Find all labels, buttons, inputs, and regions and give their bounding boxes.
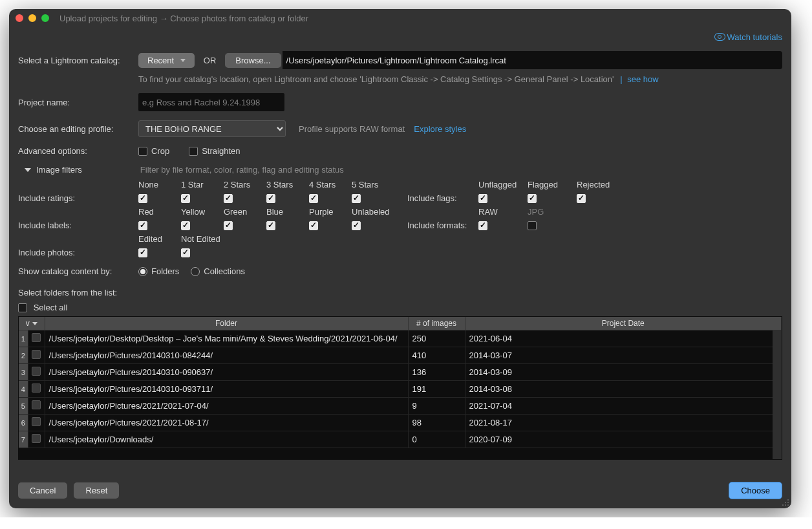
advanced-label: Advanced options: <box>18 146 138 156</box>
recent-label: Recent <box>147 56 174 65</box>
filter-checkbox[interactable] <box>478 194 487 203</box>
row-checkbox[interactable] <box>32 333 41 342</box>
row-checkbox[interactable] <box>32 350 41 359</box>
choose-button[interactable]: Choose <box>729 482 782 499</box>
project-name-input[interactable] <box>138 93 284 111</box>
profile-label: Choose an editing profile: <box>18 124 138 134</box>
filter-checkbox[interactable] <box>181 194 190 203</box>
or-label: OR <box>204 56 217 65</box>
table-row[interactable]: 3/Users/joetaylor/Pictures/20140310-0906… <box>19 364 782 381</box>
table-row[interactable]: 5/Users/joetaylor/Pictures/2021/2021-07-… <box>19 398 782 415</box>
filter-col-label: None <box>138 180 181 189</box>
select-all-checkbox[interactable] <box>18 303 27 312</box>
row-images: 191 <box>408 381 465 398</box>
filter-col-label: Not Edited <box>181 234 224 244</box>
row-images: 136 <box>408 364 465 381</box>
explore-styles-link[interactable]: Explore styles <box>414 124 466 134</box>
see-how-link[interactable]: see how <box>627 74 658 84</box>
filter-col-label: 4 Stars <box>309 180 352 189</box>
filter-checkbox[interactable] <box>181 248 190 257</box>
row-checkbox[interactable] <box>32 434 41 443</box>
row-index: 3 <box>19 364 28 381</box>
maximize-icon[interactable] <box>41 14 49 22</box>
row-index: 5 <box>19 398 28 415</box>
table-row[interactable]: 4/Users/joetaylor/Pictures/20140310-0937… <box>19 381 782 398</box>
resize-grip-icon[interactable] <box>781 498 789 506</box>
filter-col-label: Blue <box>266 207 309 217</box>
footer: Cancel Reset Choose <box>18 482 782 499</box>
folder-header[interactable]: Folder <box>45 317 408 330</box>
table-row[interactable]: 2/Users/joetaylor/Pictures/20140310-0842… <box>19 347 782 364</box>
select-all-label: Select all <box>34 303 68 312</box>
date-header[interactable]: Project Date <box>465 317 782 330</box>
row-images: 9 <box>408 398 465 415</box>
filter-checkbox[interactable] <box>138 194 147 203</box>
sort-header[interactable]: v <box>19 317 45 330</box>
filter-checkbox[interactable] <box>528 221 537 230</box>
row-checkbox[interactable] <box>32 367 41 376</box>
hint-separator: | <box>620 74 622 84</box>
filter-checkbox[interactable] <box>352 221 361 230</box>
table-scrollbar[interactable] <box>773 330 782 459</box>
row-date: 2014-03-07 <box>465 347 782 364</box>
watch-tutorials-link[interactable]: Watch tutorials <box>714 32 783 42</box>
filter-col-label: Red <box>138 207 181 217</box>
collections-radio[interactable] <box>191 267 200 276</box>
filter-col-label: RAW <box>478 207 528 217</box>
filter-checkbox[interactable] <box>224 194 233 203</box>
crop-checkbox[interactable] <box>138 147 147 156</box>
table-row[interactable]: 6/Users/joetaylor/Pictures/2021/2021-08-… <box>19 415 782 431</box>
filter-checkbox[interactable] <box>138 248 147 257</box>
row-images: 410 <box>408 347 465 364</box>
watch-tutorials-label: Watch tutorials <box>727 32 783 42</box>
filter-col-label: 2 Stars <box>224 180 266 189</box>
reset-button[interactable]: Reset <box>74 482 119 499</box>
filter-col-label: Unlabeled <box>352 207 394 217</box>
app-window: Upload projects for editing → Choose pho… <box>9 9 791 508</box>
browse-label: Browse... <box>235 56 270 65</box>
filter-col-label: 5 Stars <box>352 180 394 189</box>
filter-checkbox[interactable] <box>577 194 586 203</box>
filter-checkbox[interactable] <box>528 194 537 203</box>
filter-checkbox[interactable] <box>478 221 487 230</box>
folders-table: v Folder # of images Project Date 1/User… <box>18 316 782 460</box>
recent-button[interactable]: Recent <box>138 53 195 68</box>
table-row[interactable]: 1/Users/joetaylor/Desktop/Desktop – Joe'… <box>19 330 782 347</box>
row-images: 250 <box>408 330 465 347</box>
titlebar: Upload projects for editing → Choose pho… <box>9 9 791 27</box>
row-images: 0 <box>408 431 465 448</box>
window-controls <box>16 14 49 22</box>
row-index: 7 <box>19 431 28 448</box>
select-catalog-label: Select a Lightroom catalog: <box>18 56 138 65</box>
image-filters-toggle[interactable]: Image filters Filter by file format, col… <box>18 165 782 175</box>
filter-checkbox[interactable] <box>224 221 233 230</box>
row-checkbox[interactable] <box>32 417 41 426</box>
filter-checkbox[interactable] <box>266 221 275 230</box>
browse-button[interactable]: Browse... <box>225 53 281 68</box>
filter-checkbox[interactable] <box>138 221 147 230</box>
filter-checkbox[interactable] <box>309 194 318 203</box>
images-header[interactable]: # of images <box>408 317 465 330</box>
row-folder: /Users/joetaylor/Pictures/20140310-09371… <box>45 381 408 398</box>
filter-col-label: JPG <box>528 207 577 217</box>
row-images: 98 <box>408 415 465 431</box>
filter-checkbox[interactable] <box>181 221 190 230</box>
cancel-button[interactable]: Cancel <box>18 482 67 499</box>
straighten-checkbox[interactable] <box>189 147 198 156</box>
row-date: 2020-07-09 <box>465 431 782 448</box>
filter-checkbox[interactable] <box>309 221 318 230</box>
row-folder: /Users/joetaylor/Pictures/2021/2021-08-1… <box>45 415 408 431</box>
filter-col-label: Edited <box>138 234 181 244</box>
row-checkbox[interactable] <box>32 400 41 409</box>
row-checkbox[interactable] <box>32 383 41 393</box>
filter-checkbox[interactable] <box>352 194 361 203</box>
filter-col-label: Flagged <box>528 180 577 189</box>
table-row[interactable]: 7/Users/joetaylor/Downloads/02020-07-09 <box>19 431 782 448</box>
catalog-path-input[interactable] <box>283 51 782 69</box>
folders-radio[interactable] <box>138 267 147 276</box>
include-labels-label: Include labels: <box>18 221 138 230</box>
minimize-icon[interactable] <box>28 14 36 22</box>
filter-checkbox[interactable] <box>266 194 275 203</box>
profile-select[interactable]: THE BOHO RANGE <box>138 120 286 137</box>
close-icon[interactable] <box>16 14 23 22</box>
